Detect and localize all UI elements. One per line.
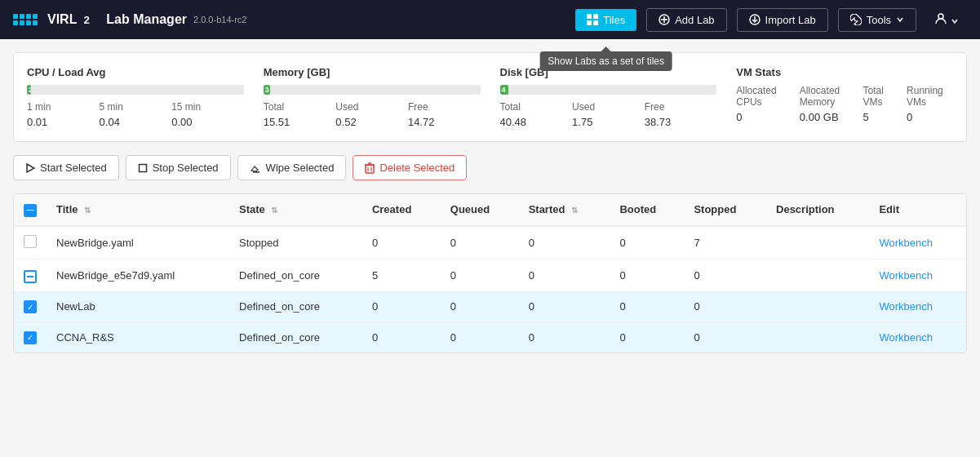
tiles-button[interactable]: Tiles — [575, 9, 636, 31]
row-started: 0 — [519, 226, 610, 260]
stats-card: CPU / Load Avg 2 1 min 0.01 5 min 0.04 1… — [13, 52, 967, 142]
row-checkbox-cell[interactable] — [14, 226, 47, 260]
row-checkbox[interactable] — [24, 270, 37, 283]
dot — [33, 20, 38, 25]
cpu-5min-label: 5 min — [100, 101, 172, 113]
memory-total-val: 15.51 — [264, 116, 336, 128]
workbench-link[interactable]: Workbench — [879, 331, 933, 344]
memory-used: Used 0.52 — [335, 101, 408, 128]
col-started-header[interactable]: Started ⇅ — [519, 194, 610, 226]
memory-used-label: Used — [335, 101, 408, 113]
app-brand: VIRL2 Lab Manager 2.0.0-b14-rc2 — [47, 12, 246, 27]
row-stopped: 7 — [684, 226, 766, 260]
memory-values: Total 15.51 Used 0.52 Free 14.72 — [264, 101, 481, 128]
cpu-1min-val: 0.01 — [27, 116, 100, 128]
col-booted-header[interactable]: Booted — [610, 194, 684, 226]
row-checkbox-cell[interactable] — [14, 322, 47, 353]
wipe-selected-button[interactable]: Wipe Selected — [237, 155, 347, 180]
row-booted: 0 — [610, 322, 684, 353]
row-checkbox[interactable] — [24, 300, 37, 313]
svg-rect-2 — [587, 20, 592, 25]
tiles-btn-wrapper: Tiles Show Labs as a set of tiles — [575, 9, 636, 31]
row-title: CCNA_R&S — [47, 322, 229, 353]
cpu-15min: 15 min 0.00 — [171, 101, 244, 128]
row-checkbox-cell[interactable] — [14, 259, 47, 291]
row-edit[interactable]: Workbench — [869, 226, 966, 260]
memory-title: Memory [GB] — [264, 66, 481, 78]
vm-title: VM Stats — [736, 66, 953, 78]
row-state: Defined_on_core — [229, 322, 362, 353]
stop-selected-button[interactable]: Stop Selected — [126, 155, 231, 180]
cpu-15min-val: 0.00 — [171, 116, 244, 128]
row-created: 0 — [362, 226, 441, 260]
title-sort-icon: ⇅ — [84, 206, 91, 215]
row-edit[interactable]: Workbench — [869, 291, 966, 322]
table-row: CCNA_R&SDefined_on_core00000Workbench — [14, 322, 966, 353]
workbench-link[interactable]: Workbench — [879, 300, 933, 313]
svg-rect-1 — [593, 14, 598, 19]
header-checkbox-cell[interactable] — [14, 194, 47, 226]
import-icon — [749, 14, 760, 25]
start-selected-button[interactable]: Start Selected — [13, 155, 119, 180]
vm-total-label: Total VMs — [862, 85, 894, 108]
disk-free-label: Free — [645, 101, 717, 113]
memory-used-val: 0.52 — [335, 116, 408, 128]
row-checkbox[interactable] — [24, 235, 37, 248]
vm-total-val: 5 — [862, 111, 894, 123]
select-all-checkbox[interactable] — [24, 204, 37, 217]
row-state: Stopped — [229, 226, 362, 260]
row-queued: 0 — [441, 259, 519, 291]
import-lab-button[interactable]: Import Lab — [737, 8, 828, 32]
row-edit[interactable]: Workbench — [869, 259, 966, 291]
col-edit-header[interactable]: Edit — [869, 194, 966, 226]
disk-total-label: Total — [500, 101, 573, 113]
add-lab-button[interactable]: Add Lab — [646, 8, 726, 32]
col-stopped-header[interactable]: Stopped — [684, 194, 766, 226]
row-booted: 0 — [610, 226, 684, 260]
row-created: 0 — [362, 291, 441, 322]
row-checkbox[interactable] — [24, 331, 37, 344]
dot — [26, 14, 31, 19]
version-badge: 2.0.0-b14-rc2 — [193, 15, 246, 24]
row-started: 0 — [519, 291, 610, 322]
row-stopped: 0 — [684, 322, 766, 353]
row-state: Defined_on_core — [229, 291, 362, 322]
table-row: NewLabDefined_on_core00000Workbench — [14, 291, 966, 322]
row-started: 0 — [519, 259, 610, 291]
disk-free: Free 38.73 — [645, 101, 717, 128]
row-description — [766, 322, 869, 353]
row-description — [766, 291, 869, 322]
cpu-title: CPU / Load Avg — [27, 66, 244, 78]
user-button[interactable] — [926, 7, 967, 33]
col-state-header[interactable]: State ⇅ — [229, 194, 362, 226]
brand-super: 2 — [83, 14, 89, 26]
cpu-1min-label: 1 min — [27, 101, 100, 113]
cisco-logo — [13, 14, 38, 25]
col-description-header[interactable]: Description — [766, 194, 869, 226]
row-checkbox-cell[interactable] — [14, 291, 47, 322]
memory-free-val: 14.72 — [408, 116, 481, 128]
memory-progress-label: 3 — [265, 85, 269, 95]
disk-free-val: 38.73 — [645, 116, 717, 128]
tools-button[interactable]: Tools — [838, 8, 916, 32]
col-queued-header[interactable]: Queued — [441, 194, 519, 226]
dot — [20, 20, 24, 25]
tools-label: Tools — [867, 14, 891, 26]
tiles-tooltip: Show Labs as a set of tiles — [539, 51, 672, 71]
row-created: 5 — [362, 259, 441, 291]
col-edit-label: Edit — [879, 203, 899, 215]
row-title: NewBridge.yaml — [47, 226, 229, 260]
cpu-5min-val: 0.04 — [100, 116, 172, 128]
workbench-link[interactable]: Workbench — [879, 269, 933, 282]
row-edit[interactable]: Workbench — [869, 322, 966, 353]
delete-selected-button[interactable]: Delete Selected — [353, 155, 467, 180]
disk-stats: Disk [GB] 4 Total 40.48 Used 1.75 Free 3… — [500, 66, 717, 128]
col-created-header[interactable]: Created — [362, 194, 441, 226]
col-title-header[interactable]: Title ⇅ — [47, 194, 229, 226]
dot — [26, 20, 31, 25]
workbench-link[interactable]: Workbench — [879, 237, 933, 249]
svg-rect-13 — [366, 165, 374, 173]
memory-progress-bar: 3 — [264, 85, 481, 95]
col-queued-label: Queued — [450, 203, 490, 215]
delete-btn-label: Delete Selected — [379, 162, 455, 174]
